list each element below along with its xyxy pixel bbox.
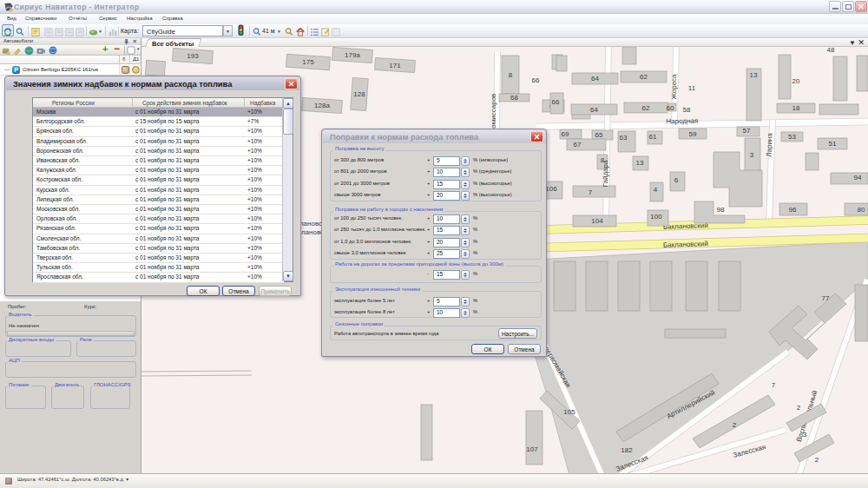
svg-text:Баклановский: Баклановский xyxy=(663,240,708,249)
svg-text:69: 69 xyxy=(562,130,569,138)
svg-text:179а: 179а xyxy=(345,51,360,59)
svg-text:61: 61 xyxy=(649,133,657,141)
svg-text:106: 106 xyxy=(545,185,557,193)
svg-text:8: 8 xyxy=(509,71,513,79)
svg-text:59: 59 xyxy=(689,130,697,138)
svg-text:6: 6 xyxy=(674,176,679,184)
svg-text:Народная: Народная xyxy=(666,117,698,126)
svg-text:96: 96 xyxy=(789,206,797,214)
svg-text:58: 58 xyxy=(683,106,691,114)
svg-text:171: 171 xyxy=(389,62,401,69)
svg-text:11: 11 xyxy=(688,84,696,92)
svg-text:лановс: лановс xyxy=(299,220,322,228)
svg-text:18: 18 xyxy=(792,104,800,112)
svg-text:20: 20 xyxy=(792,77,800,85)
svg-text:193: 193 xyxy=(187,52,199,60)
svg-text:63: 63 xyxy=(620,134,628,142)
svg-text:175: 175 xyxy=(302,58,314,66)
svg-text:7: 7 xyxy=(772,381,776,389)
svg-text:65: 65 xyxy=(595,131,603,139)
svg-text:62: 62 xyxy=(642,104,650,112)
svg-text:60: 60 xyxy=(667,104,674,112)
svg-text:3: 3 xyxy=(803,431,807,439)
svg-text:68: 68 xyxy=(510,94,518,102)
svg-text:Ларина: Ларина xyxy=(766,132,774,156)
svg-text:57: 57 xyxy=(743,127,751,135)
svg-text:128: 128 xyxy=(353,90,365,98)
svg-text:80: 80 xyxy=(858,206,865,214)
svg-text:64: 64 xyxy=(590,106,598,114)
svg-text:Гайдара: Гайдара xyxy=(602,160,609,187)
svg-text:66: 66 xyxy=(552,98,560,106)
svg-text:62: 62 xyxy=(640,73,648,81)
svg-text:104: 104 xyxy=(591,217,603,225)
svg-text:182: 182 xyxy=(621,446,633,454)
svg-text:67: 67 xyxy=(574,141,582,148)
svg-text:100: 100 xyxy=(650,213,662,221)
svg-text:Жореса: Жореса xyxy=(670,74,678,100)
svg-text:7: 7 xyxy=(589,188,593,196)
svg-text:66: 66 xyxy=(532,76,540,84)
svg-text:3: 3 xyxy=(750,151,754,159)
svg-text:105: 105 xyxy=(563,408,575,416)
svg-text:107: 107 xyxy=(526,445,538,453)
svg-text:Комиссаров: Комиссаров xyxy=(490,94,497,133)
svg-text:64: 64 xyxy=(591,75,599,82)
svg-text:4: 4 xyxy=(654,186,658,194)
svg-text:2: 2 xyxy=(797,404,801,412)
svg-text:13: 13 xyxy=(750,71,758,79)
svg-text:48: 48 xyxy=(827,46,835,54)
svg-text:слановс: слановс xyxy=(298,228,324,236)
svg-text:2: 2 xyxy=(815,456,819,464)
svg-text:128а: 128а xyxy=(314,102,330,109)
svg-text:53: 53 xyxy=(788,133,796,141)
svg-text:98: 98 xyxy=(717,206,725,214)
svg-text:94: 94 xyxy=(854,174,862,181)
svg-text:2: 2 xyxy=(733,421,737,429)
svg-text:51: 51 xyxy=(829,140,837,148)
svg-text:13: 13 xyxy=(636,159,644,167)
svg-text:77: 77 xyxy=(822,294,830,302)
